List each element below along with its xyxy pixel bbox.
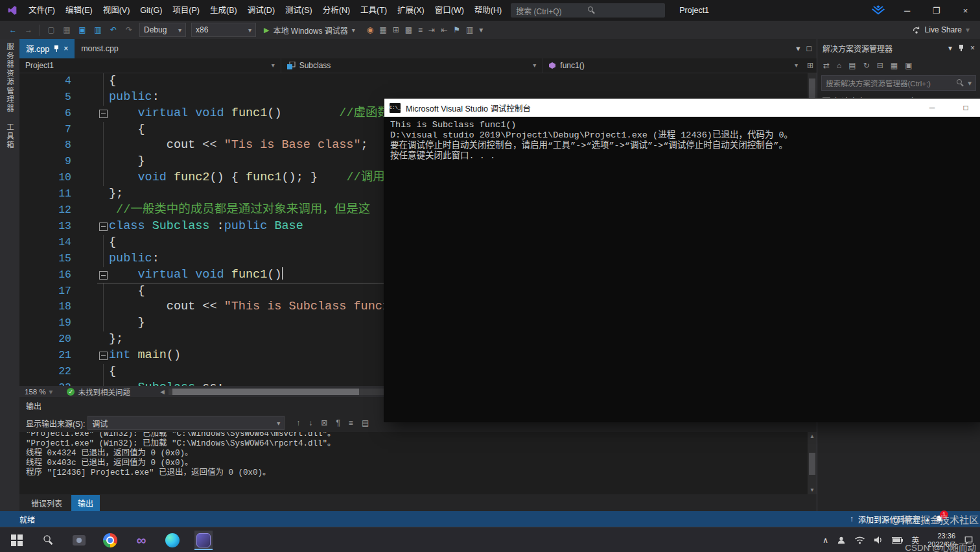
fold-toggle[interactable] (97, 348, 109, 364)
live-share-button[interactable]: Live Share ▾ (912, 25, 980, 34)
scroll-left-icon[interactable]: ◀ (160, 389, 165, 395)
quick-search-input[interactable]: 搜索 (Ctrl+Q) (511, 3, 665, 18)
output-vertical-scrollbar[interactable]: ▲ ▼ (808, 432, 817, 494)
close-tab-icon[interactable]: × (64, 44, 68, 53)
fold-toggle[interactable] (97, 106, 109, 122)
fold-toggle[interactable] (97, 267, 109, 283)
bookmark-icon[interactable]: ⚑ (453, 25, 460, 34)
home-icon[interactable]: ⌂ (837, 61, 841, 70)
taskbar-chrome[interactable] (101, 531, 119, 550)
battery-icon[interactable] (892, 537, 903, 544)
goto-previous-message-icon[interactable]: ↑ (296, 418, 300, 427)
goto-next-message-icon[interactable]: ↓ (309, 418, 312, 427)
undo-icon[interactable]: ↶ (106, 25, 121, 34)
redo-icon[interactable]: ↷ (121, 25, 137, 34)
server-explorer-tab[interactable]: 服务器资源管理器 (5, 43, 15, 113)
taskbar-active-app[interactable] (194, 531, 213, 550)
output-tab[interactable]: 输出 (71, 495, 100, 511)
scrollbar-thumb[interactable] (809, 453, 815, 475)
minimize-button[interactable]: ─ (892, 0, 922, 21)
hidden-icons-chevron[interactable]: ∧ (822, 536, 828, 545)
navigate-forward-icon[interactable]: → (21, 25, 36, 34)
open-log-icon[interactable]: ▤ (362, 418, 369, 427)
menu-item[interactable]: 测试(S) (280, 0, 318, 21)
fold-toggle[interactable] (97, 219, 109, 235)
scrollbar-thumb[interactable] (172, 389, 359, 395)
clear-all-icon[interactable]: ⊠ (321, 418, 327, 427)
console-body[interactable]: This is Subclass func1()D:\visual studio… (384, 117, 980, 422)
zoom-dropdown[interactable]: 158 % ▾ (19, 387, 58, 396)
toggle-messages-icon[interactable]: ≡ (349, 418, 353, 427)
new-file-icon[interactable]: ▢ (43, 25, 59, 34)
menu-item[interactable]: Git(G) (135, 0, 167, 21)
menu-item[interactable]: 窗口(W) (430, 0, 469, 21)
start-button[interactable] (8, 531, 26, 550)
close-panel-icon[interactable]: × (970, 43, 975, 53)
output-text-area[interactable]: "Project1.exe" (Win32): 已加载 "C:\Windows\… (19, 432, 817, 494)
diagnostics-icon[interactable]: ▦ (379, 25, 386, 34)
scroll-up-icon[interactable]: ▲ (810, 433, 815, 439)
menu-item[interactable]: 分析(N) (318, 0, 355, 21)
solution-platform-dropdown[interactable]: x86 ▾ (191, 23, 256, 37)
collapse-box-icon[interactable] (99, 352, 108, 360)
taskbar-visual-studio[interactable]: ∞ (132, 531, 150, 550)
menu-item[interactable]: 生成(B) (205, 0, 242, 21)
scroll-down-icon[interactable]: ▼ (810, 487, 815, 493)
menu-item[interactable]: 文件(F) (23, 0, 60, 21)
error-list-tab[interactable]: 错误列表 (25, 495, 69, 511)
indent-icon[interactable]: ⇥ (428, 25, 435, 34)
save-all-icon[interactable]: ▥ (90, 25, 106, 34)
lines-icon[interactable]: ≡ (418, 25, 423, 34)
menu-item[interactable]: 调试(D) (242, 0, 280, 21)
menu-item[interactable]: 工具(T) (355, 0, 392, 21)
taskbar-camera-app[interactable] (70, 531, 88, 550)
collapse-box-icon[interactable] (99, 222, 108, 231)
navbar-split-icon[interactable]: ⊞ (804, 58, 817, 73)
toolbox-tab[interactable]: 工具箱 (5, 123, 15, 150)
collapse-box-icon[interactable] (99, 271, 108, 280)
open-file-icon[interactable]: ▦ (59, 25, 75, 34)
solution-configuration-dropdown[interactable]: Debug ▾ (139, 23, 186, 37)
save-icon[interactable]: ▣ (75, 25, 90, 34)
auto-hide-pin-icon[interactable] (958, 44, 964, 52)
switch-views-icon[interactable]: ▤ (848, 61, 856, 70)
debug-console-window[interactable]: C:\_ Microsoft Visual Studio 调试控制台 ─ □ T… (384, 99, 980, 422)
document-health-indicator[interactable]: ✓ 未找到相关问题 (67, 387, 130, 397)
refresh-icon[interactable]: ↻ (863, 61, 870, 70)
columns-icon[interactable]: ▩ (405, 25, 412, 34)
taskbar-search-button[interactable] (39, 531, 57, 550)
maximize-button[interactable]: ❐ (922, 0, 951, 21)
hot-reload-icon[interactable]: ◉ (367, 25, 373, 34)
tab-monst-cpp[interactable]: monst.cpp (75, 39, 125, 58)
sync-with-active-document-icon[interactable]: ⇄ (823, 61, 830, 70)
people-icon[interactable] (837, 536, 846, 545)
solution-explorer-search-input[interactable]: 搜索解决方案资源管理器(Ctrl+;) ▾ (821, 75, 976, 91)
close-button[interactable]: × (951, 0, 980, 21)
menu-item[interactable]: 编辑(E) (60, 0, 98, 21)
navigate-back-icon[interactable]: ← (5, 25, 21, 34)
menu-item[interactable]: 扩展(X) (392, 0, 430, 21)
tab-source-cpp[interactable]: 源.cpp × (19, 39, 75, 58)
start-debugging-button[interactable]: ▶ 本地 Windows 调试器 ▾ (259, 25, 360, 36)
float-window-icon[interactable]: □ (806, 44, 811, 53)
output-source-dropdown[interactable]: 调试 ▾ (88, 416, 285, 430)
volume-icon[interactable] (874, 536, 883, 544)
navbar-member-dropdown[interactable]: func1() ▾ (542, 58, 804, 73)
menu-item[interactable]: 帮助(H) (469, 0, 507, 21)
active-files-dropdown-icon[interactable]: ▾ (796, 43, 800, 53)
compare-icon[interactable]: ▥ (466, 25, 473, 34)
window-position-icon[interactable]: ▾ (948, 43, 952, 53)
pin-icon[interactable] (53, 45, 60, 53)
menu-item[interactable]: 项目(P) (167, 0, 205, 21)
code-line[interactable]: 4{ (19, 73, 817, 90)
network-icon[interactable] (854, 536, 865, 544)
taskbar-edge[interactable] (163, 531, 181, 550)
toolbar-overflow-icon[interactable]: ▾ (479, 25, 483, 34)
navbar-type-dropdown[interactable]: Subclass ▾ (281, 58, 543, 73)
window-layout-icon[interactable]: ⊞ (393, 25, 399, 34)
collapse-all-icon[interactable]: ⊟ (877, 61, 883, 70)
collapse-box-icon[interactable] (99, 110, 108, 118)
navbar-project-dropdown[interactable]: Project1 ▾ (19, 58, 281, 73)
properties-icon[interactable]: ▣ (905, 61, 912, 70)
word-wrap-icon[interactable]: ¶ (336, 418, 340, 427)
